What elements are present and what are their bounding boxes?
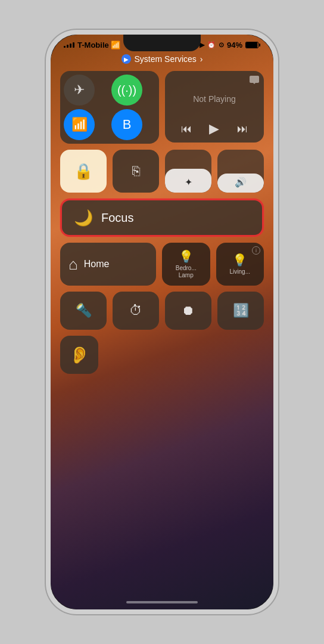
brightness-slider[interactable]: ✦	[165, 150, 211, 193]
focus-moon-icon: 🌙	[74, 209, 93, 227]
orientation-lock-button[interactable]: 🔒	[60, 150, 107, 193]
personal-hotspot-button[interactable]: ((·))	[111, 75, 142, 106]
hearing-button[interactable]: 👂	[60, 336, 98, 374]
media-next-button[interactable]: ⏭	[237, 123, 248, 135]
record-icon: ⏺	[182, 303, 195, 318]
calculator-icon: 🔢	[233, 303, 249, 318]
calculator-button[interactable]: 🔢	[217, 292, 264, 330]
hotspot-icon: ((·))	[117, 83, 136, 97]
network-tile[interactable]: ✈ ((·)) 📶 B	[60, 71, 159, 144]
media-controls: ⏮ ▶ ⏭	[172, 121, 257, 137]
status-left: T-Mobile 📶	[64, 41, 120, 49]
share-icon: ⊙	[219, 41, 224, 49]
media-prev-button[interactable]: ⏮	[181, 123, 192, 135]
volume-slider[interactable]: 🔊	[217, 150, 264, 193]
bedroom-lamp-label: Bedro...Lamp	[176, 265, 197, 279]
bluetooth-button[interactable]: B	[111, 109, 142, 140]
connectivity-grid: ✈ ((·)) 📶 B	[60, 71, 264, 144]
control-center: ✈ ((·)) 📶 B	[51, 67, 273, 380]
focus-button[interactable]: 🌙 Focus	[60, 199, 264, 237]
location-banner[interactable]: ▶ System Services ›	[51, 52, 273, 67]
media-not-playing: Not Playing	[172, 77, 257, 121]
screen-mirror-button[interactable]: ⎘	[113, 150, 159, 193]
brightness-icon: ✦	[185, 177, 192, 188]
wifi-button[interactable]: 📶	[64, 109, 95, 140]
home-indicator	[126, 601, 198, 603]
location-banner-text: System Services	[135, 54, 197, 64]
home-row: ⌂ Home 💡 Bedro...Lamp i 💡 Living...	[60, 243, 264, 286]
signal-bar-3	[70, 44, 71, 48]
living-lamp-button[interactable]: i 💡 Living...	[216, 243, 264, 286]
hearing-row: 👂	[60, 336, 264, 374]
notch	[123, 35, 201, 51]
media-tile[interactable]: Not Playing ⏮ ▶ ⏭	[165, 71, 264, 143]
signal-bar-2	[67, 45, 68, 48]
location-banner-chevron: ›	[200, 54, 203, 64]
signal-bars	[64, 42, 74, 48]
living-lamp-label: Living...	[230, 268, 250, 275]
living-lamp-info-icon[interactable]: i	[252, 246, 260, 255]
network-buttons: ✈ ((·)) 📶 B	[64, 75, 155, 140]
bluetooth-icon: B	[123, 117, 132, 132]
focus-label: Focus	[101, 211, 133, 225]
bedroom-lamp-button[interactable]: 💡 Bedro...Lamp	[162, 243, 210, 286]
phone-screen: T-Mobile 📶 ▶ ⏰ ⊙ 94% ▶ System Services ›	[51, 35, 273, 609]
alarm-icon: ⏰	[207, 41, 216, 49]
airplay-icon	[250, 76, 259, 86]
timer-button[interactable]: ⏱	[113, 292, 159, 330]
hearing-icon: 👂	[69, 345, 90, 365]
orientation-lock-icon: 🔒	[74, 162, 93, 181]
signal-bar-1	[64, 46, 66, 48]
focus-row: 🌙 Focus	[60, 199, 264, 237]
location-arrow-icon: ▶	[122, 54, 131, 64]
wifi-icon: 📶	[111, 41, 120, 49]
flashlight-icon: 🔦	[76, 303, 92, 318]
screen-mirror-icon: ⎘	[132, 163, 140, 179]
battery-icon	[245, 42, 260, 48]
phone-frame: T-Mobile 📶 ▶ ⏰ ⊙ 94% ▶ System Services ›	[46, 30, 278, 614]
signal-bar-4	[73, 42, 74, 48]
living-lamp-icon: 💡	[232, 253, 247, 267]
status-right: ▶ ⏰ ⊙ 94%	[200, 41, 260, 49]
carrier-label: T-Mobile	[77, 41, 109, 49]
utility-row: 🔦 ⏱ ⏺ 🔢	[60, 292, 264, 330]
battery-percent: 94%	[227, 41, 242, 49]
home-button[interactable]: ⌂ Home	[60, 243, 156, 286]
wifi-icon-cc: 📶	[71, 117, 88, 132]
airplane-mode-button[interactable]: ✈	[64, 75, 95, 106]
timer-icon: ⏱	[129, 303, 142, 318]
screen-record-button[interactable]: ⏺	[165, 292, 211, 330]
bedroom-lamp-icon: 💡	[179, 249, 194, 264]
media-play-button[interactable]: ▶	[209, 121, 219, 137]
airplane-icon: ✈	[74, 82, 85, 98]
flashlight-button[interactable]: 🔦	[60, 292, 107, 330]
home-icon: ⌂	[68, 255, 78, 274]
volume-icon: 🔊	[235, 177, 247, 188]
home-label: Home	[84, 259, 110, 270]
row2: 🔒 ⎘ ✦ 🔊	[60, 150, 264, 193]
